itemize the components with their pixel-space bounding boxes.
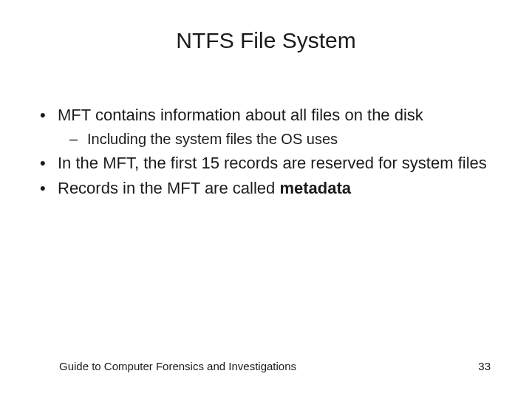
bullet-text-bold: metadata xyxy=(279,179,351,197)
footer-text: Guide to Computer Forensics and Investig… xyxy=(59,360,296,372)
sub-bullet-text: Including the system files the OS uses xyxy=(87,131,338,147)
slide-title: NTFS File System xyxy=(30,28,502,53)
slide: NTFS File System MFT contains informatio… xyxy=(0,0,532,399)
bullet-text: Records in the MFT are called xyxy=(58,179,279,197)
bullet-item: In the MFT, the first 15 records are res… xyxy=(30,153,502,174)
slide-content: MFT contains information about all files… xyxy=(30,105,502,200)
bullet-text: MFT contains information about all files… xyxy=(58,106,423,124)
page-number: 33 xyxy=(478,360,491,372)
slide-footer: Guide to Computer Forensics and Investig… xyxy=(0,360,532,372)
bullet-item: Records in the MFT are called metadata xyxy=(30,178,502,200)
bullet-text: In the MFT, the first 15 records are res… xyxy=(58,154,487,172)
sub-bullet-item: Including the system files the OS uses xyxy=(58,129,502,149)
bullet-list: MFT contains information about all files… xyxy=(30,105,502,200)
bullet-item: MFT contains information about all files… xyxy=(30,105,502,149)
sub-bullet-list: Including the system files the OS uses xyxy=(58,129,502,149)
